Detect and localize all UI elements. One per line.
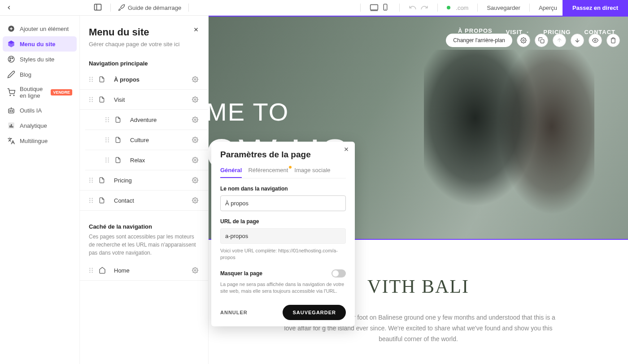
drag-handle-icon[interactable] bbox=[105, 137, 109, 143]
svg-point-25 bbox=[92, 79, 92, 80]
nav-row[interactable]: Pricing bbox=[80, 170, 208, 191]
nav-name-input[interactable] bbox=[220, 195, 346, 211]
sidebar-item-blog[interactable]: Blog bbox=[3, 67, 77, 82]
back-button[interactable] bbox=[4, 2, 14, 13]
nav-row-label: Relax bbox=[130, 157, 145, 164]
go-live-button[interactable]: Passez en direct bbox=[563, 0, 628, 16]
move-down-button[interactable] bbox=[571, 34, 584, 47]
sidebar-label: Boutique en ligne bbox=[20, 86, 46, 99]
cancel-button[interactable]: ANNULER bbox=[220, 310, 248, 315]
panel-close-button[interactable] bbox=[193, 26, 199, 33]
drag-handle-icon[interactable] bbox=[105, 117, 109, 123]
page-settings-icon[interactable] bbox=[192, 177, 199, 183]
svg-point-73 bbox=[89, 270, 90, 271]
drag-handle-icon[interactable] bbox=[89, 177, 93, 183]
svg-point-76 bbox=[92, 272, 92, 273]
svg-point-12 bbox=[13, 95, 14, 96]
page-settings-icon[interactable] bbox=[192, 76, 199, 82]
svg-point-10 bbox=[10, 60, 11, 61]
svg-point-59 bbox=[89, 180, 90, 181]
delete-button[interactable] bbox=[606, 34, 620, 47]
desktop-view-icon[interactable] bbox=[370, 3, 379, 12]
page-icon bbox=[115, 156, 122, 164]
nav-row[interactable]: Adventure bbox=[85, 110, 208, 130]
svg-point-48 bbox=[108, 141, 109, 142]
main-nav-label: Navigation principale bbox=[89, 60, 199, 67]
page-settings-icon[interactable] bbox=[192, 137, 199, 143]
nav-row-label: Culture bbox=[130, 137, 149, 143]
svg-point-72 bbox=[92, 268, 92, 269]
drag-handle-icon[interactable] bbox=[89, 76, 93, 82]
domain-text: .com bbox=[456, 4, 468, 11]
undo-icon[interactable] bbox=[409, 4, 417, 12]
nav-row-label: Contact bbox=[114, 197, 134, 204]
hide-page-toggle[interactable] bbox=[331, 269, 346, 277]
nav-row-label: Home bbox=[114, 267, 130, 274]
nav-name-label: Le nom dans la navigation bbox=[220, 186, 346, 192]
nav-row[interactable]: Contact bbox=[80, 191, 208, 211]
page-settings-icon[interactable] bbox=[192, 96, 199, 103]
tab-general[interactable]: Général bbox=[220, 167, 242, 178]
redo-icon[interactable] bbox=[420, 4, 428, 12]
drag-handle-icon[interactable] bbox=[89, 197, 93, 204]
sidebar-item-analytics[interactable]: Analytique bbox=[3, 118, 77, 133]
page-settings-icon[interactable] bbox=[192, 197, 199, 204]
sidebar-item-site-menu[interactable]: Menu du site bbox=[3, 36, 77, 52]
sidebar-item-site-styles[interactable]: Styles du site bbox=[3, 52, 77, 67]
save-button[interactable]: SAUVEGARDER bbox=[283, 305, 346, 320]
svg-point-54 bbox=[105, 161, 106, 162]
svg-point-58 bbox=[92, 178, 92, 178]
svg-point-60 bbox=[92, 180, 92, 181]
sidebar-item-shop[interactable]: Boutique en ligne VENDRE bbox=[3, 82, 77, 103]
modal-close-button[interactable] bbox=[343, 146, 349, 152]
sidebar-item-multilingual[interactable]: Multilingue bbox=[3, 133, 77, 148]
svg-rect-2 bbox=[371, 4, 378, 10]
panel-toggle-icon[interactable] bbox=[93, 3, 103, 13]
page-settings-icon[interactable] bbox=[192, 157, 199, 163]
hidden-nav-label: Caché de la navigation bbox=[89, 223, 199, 230]
sidebar-label: Analytique bbox=[20, 122, 47, 129]
nav-row[interactable]: Culture bbox=[85, 130, 208, 150]
sidebar-item-ai-tools[interactable]: Outils IA bbox=[3, 103, 77, 118]
visibility-button[interactable] bbox=[589, 34, 602, 47]
svg-point-33 bbox=[89, 101, 90, 102]
tab-social-image[interactable]: Image sociale bbox=[294, 167, 330, 178]
page-settings-icon[interactable] bbox=[192, 267, 199, 273]
nav-row[interactable]: À propos bbox=[80, 69, 208, 90]
svg-point-32 bbox=[92, 99, 92, 100]
page-url-label: URL de la page bbox=[220, 218, 346, 225]
svg-point-22 bbox=[89, 77, 90, 78]
svg-rect-0 bbox=[95, 4, 101, 10]
panel-title: Menu du site bbox=[89, 26, 179, 38]
svg-point-61 bbox=[89, 182, 90, 182]
nav-row[interactable]: Visit bbox=[80, 90, 208, 110]
change-background-button[interactable]: Changer l'arrière-plan bbox=[446, 34, 512, 47]
getting-started-link[interactable]: Guide de démarrage bbox=[118, 4, 181, 11]
drag-handle-icon[interactable] bbox=[89, 96, 93, 103]
move-up-button[interactable] bbox=[553, 34, 566, 47]
svg-point-46 bbox=[108, 139, 109, 140]
svg-point-49 bbox=[194, 139, 196, 141]
tab-seo[interactable]: Référencement bbox=[248, 167, 288, 178]
duplicate-button[interactable] bbox=[535, 34, 548, 47]
nav-row[interactable]: Home bbox=[80, 260, 208, 281]
preview-link[interactable]: Aperçu bbox=[539, 4, 557, 11]
save-link[interactable]: Sauvegarder bbox=[487, 4, 520, 11]
mobile-view-icon[interactable] bbox=[381, 3, 390, 12]
svg-point-8 bbox=[10, 58, 11, 59]
svg-point-27 bbox=[92, 81, 92, 82]
svg-point-45 bbox=[105, 139, 106, 140]
svg-rect-13 bbox=[9, 109, 14, 113]
svg-point-14 bbox=[10, 110, 11, 111]
svg-point-74 bbox=[92, 270, 92, 271]
svg-point-53 bbox=[108, 160, 109, 160]
drag-handle-icon[interactable] bbox=[89, 267, 93, 273]
sidebar-item-add-element[interactable]: Ajouter un élément bbox=[3, 21, 77, 36]
section-settings-button[interactable] bbox=[517, 34, 530, 47]
home-icon bbox=[99, 267, 106, 274]
nav-row[interactable]: Relax bbox=[85, 150, 208, 170]
drag-handle-icon[interactable] bbox=[105, 157, 109, 163]
page-settings-icon[interactable] bbox=[192, 117, 199, 123]
page-url-input[interactable] bbox=[220, 228, 346, 244]
svg-point-23 bbox=[92, 77, 92, 78]
